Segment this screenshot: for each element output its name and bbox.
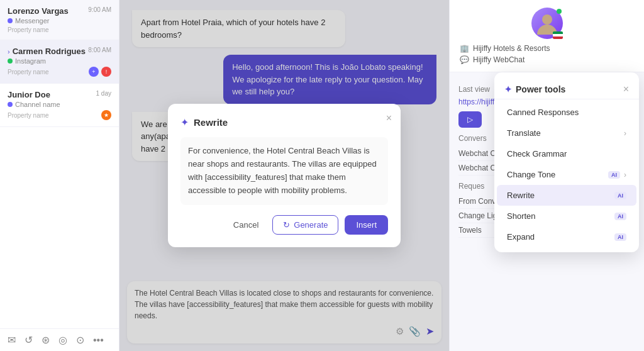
svg-point-0 (542, 14, 552, 25)
modal-title: Rewrite (194, 117, 228, 128)
check-grammar-label: Check Grammar (507, 149, 567, 159)
channel-name: Instagram (15, 57, 46, 65)
sidebar: Lorenzo Vargas 9:00 AM Messenger Propert… (0, 0, 119, 351)
pt-item-left: Check Grammar (507, 149, 567, 159)
change-tone-label: Change Tone (507, 170, 555, 179)
pt-item-rewrite[interactable]: Rewrite AI (497, 185, 636, 206)
country-flag (553, 31, 563, 39)
shorten-label: Shorten (507, 211, 536, 221)
modal-overlay: ✦ Rewrite × For convenience, the Hotel C… (119, 0, 449, 351)
property-name: Property name (8, 69, 49, 75)
channel-dot (8, 18, 13, 23)
rewrite-content: For convenience, the Hotel Central Beach… (180, 137, 388, 204)
company-name: Hijiffy Hotels & Resorts (473, 44, 550, 53)
power-tools-icon: ✦ (504, 84, 512, 94)
pt-item-left: Translate (507, 128, 541, 138)
list-item-label: Towels (458, 226, 482, 235)
channel-name: Messenger (15, 17, 49, 25)
power-tools-close-button[interactable]: × (623, 84, 629, 95)
expand-label: Expand (507, 232, 535, 242)
channel-name: Channel name (15, 101, 60, 108)
right-panel-top: 🏢 Hijiffy Hotels & Resorts 💬 Hijiffy Web… (450, 0, 644, 72)
right-contact-info: 🏢 Hijiffy Hotels & Resorts 💬 Hijiffy Web… (460, 44, 634, 64)
modal-footer: Cancel ↻ Generate Insert (180, 215, 388, 235)
pt-item-canned-responses[interactable]: Canned Responses (497, 102, 636, 123)
badge-star: ★ (101, 110, 111, 120)
pt-item-right: AI (614, 213, 626, 220)
pt-item-left: Expand (507, 232, 535, 242)
chevron-right-icon: › (624, 129, 626, 138)
pt-item-right: AI (614, 192, 626, 199)
more-icon[interactable]: ••• (93, 335, 104, 346)
badge-alert: ! (101, 67, 111, 77)
ai-badge: AI (614, 213, 626, 220)
action-button[interactable]: ▷ (458, 111, 482, 128)
avatar-container (531, 8, 563, 39)
modal-header: ✦ Rewrite (180, 116, 388, 128)
ai-badge: AI (614, 192, 626, 199)
chat-main: Apart from Hotel Praia, which of your ho… (119, 0, 449, 351)
badge-plus: + (89, 67, 99, 77)
whatsapp-icon[interactable]: ◎ (58, 334, 67, 346)
last-view-label: Last view (458, 85, 490, 94)
pt-item-right: AI › (608, 170, 626, 179)
generate-icon: ↻ (283, 220, 290, 230)
pt-item-expand[interactable]: Expand AI (497, 226, 636, 247)
power-tools-title: ✦ Power tools (504, 84, 565, 94)
sidebar-item-lorenzo[interactable]: Lorenzo Vargas 9:00 AM Messenger Propert… (0, 0, 119, 40)
contact-name: Junior Doe (8, 90, 50, 99)
contact-time: 1 day (96, 90, 111, 97)
pt-item-left: Canned Responses (507, 108, 579, 117)
contact-name: Lorenzo Vargas (8, 6, 69, 16)
ai-badge: AI (608, 171, 620, 179)
cancel-button[interactable]: Cancel (226, 215, 266, 235)
pt-item-change-tone[interactable]: Change Tone AI › (497, 164, 636, 185)
pt-item-left: Change Tone (507, 170, 555, 179)
badge-icons: + ! (89, 67, 111, 77)
email-icon[interactable]: ✉ (8, 334, 16, 346)
badge-icons: ★ (101, 110, 111, 120)
insert-button[interactable]: Insert (345, 215, 388, 235)
chevron-right-icon: › (624, 170, 626, 179)
power-tools-header: ✦ Power tools × (494, 77, 639, 99)
translate-label: Translate (507, 128, 541, 138)
property-name: Property name (8, 26, 49, 33)
pt-item-check-grammar[interactable]: Check Grammar (497, 143, 636, 164)
contact-time: 8:00 AM (88, 47, 111, 53)
chat-icon: 💬 (460, 55, 469, 64)
pt-item-left: Rewrite (507, 191, 535, 200)
online-indicator (557, 9, 562, 14)
canned-responses-label: Canned Responses (507, 108, 579, 117)
rewrite-label: Rewrite (507, 191, 535, 200)
power-tools-panel: ✦ Power tools × Canned Responses Transla… (494, 72, 639, 252)
contact-time: 9:00 AM (88, 6, 111, 13)
sidebar-item-carmen[interactable]: › Carmen Rodrigues 8:00 AM Instagram Pro… (0, 40, 119, 84)
conversation-label: Convers (458, 134, 487, 143)
channel-dot (8, 58, 13, 64)
webchat-name: Hijiffy WebChat (473, 55, 525, 64)
webchat-row: 💬 Hijiffy WebChat (460, 55, 634, 64)
right-panel: 🏢 Hijiffy Hotels & Resorts 💬 Hijiffy Web… (449, 0, 644, 351)
instagram-icon[interactable]: ⊙ (76, 334, 84, 346)
loop-icon[interactable]: ↺ (25, 334, 33, 346)
rewrite-icon: ✦ (180, 116, 189, 128)
request-label: Reques (458, 182, 484, 191)
channel-dot (8, 102, 13, 107)
pt-item-translate[interactable]: Translate › (497, 123, 636, 143)
modal-close-button[interactable]: × (386, 113, 392, 124)
company-row: 🏢 Hijiffy Hotels & Resorts (460, 44, 634, 53)
pt-item-shorten[interactable]: Shorten AI (497, 206, 636, 226)
pt-item-right: AI (614, 233, 626, 241)
contact-name: Carmen Rodrigues (13, 47, 86, 56)
sidebar-item-junior[interactable]: Junior Doe 1 day Channel name Property n… (0, 84, 119, 127)
rewrite-modal: ✦ Rewrite × For convenience, the Hotel C… (168, 104, 401, 247)
property-name: Property name (8, 112, 49, 119)
pt-item-left: Shorten (507, 211, 536, 221)
building-icon: 🏢 (460, 44, 469, 53)
ai-badge: AI (614, 233, 626, 241)
generate-button[interactable]: ↻ Generate (272, 215, 338, 235)
sidebar-bottom-icons: ✉ ↺ ⊛ ◎ ⊙ ••• (0, 328, 119, 351)
messenger-icon[interactable]: ⊛ (42, 334, 50, 346)
